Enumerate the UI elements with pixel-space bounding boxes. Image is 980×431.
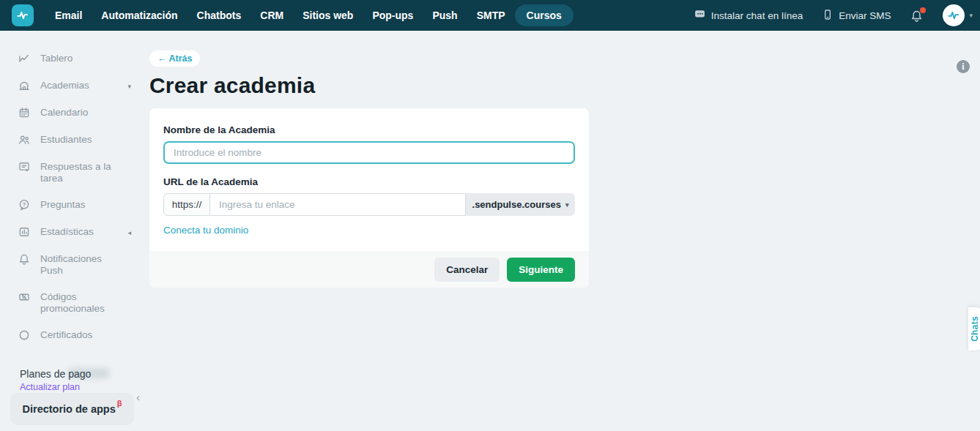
form-body: Nombre de la Academia URL de la Academia… bbox=[149, 108, 589, 251]
sidebar-item-calendario[interactable]: Calendario bbox=[0, 100, 144, 127]
info-icon[interactable]: i bbox=[957, 60, 970, 73]
academy-name-label: Nombre de la Academia bbox=[163, 124, 575, 135]
sidebar-collapse-chevron-icon[interactable]: ‹ bbox=[133, 389, 143, 405]
promo-codes-icon bbox=[18, 291, 31, 304]
main-content: ← Atrás Crear academia Nombre de la Acad… bbox=[144, 31, 980, 431]
domain-select-value: .sendpulse.courses bbox=[472, 199, 561, 210]
chats-side-tab[interactable]: Chats bbox=[968, 307, 980, 351]
sidebar-item-preguntas[interactable]: ? Preguntas bbox=[0, 192, 144, 219]
certificate-icon bbox=[18, 329, 31, 342]
nav-item-automatizacion[interactable]: Automatización bbox=[92, 4, 187, 26]
sendpulse-logo-icon[interactable] bbox=[12, 4, 34, 26]
sidebar-item-certificados[interactable]: Certificados bbox=[0, 322, 144, 349]
notification-dot bbox=[920, 7, 926, 13]
sidebar: Tablero Academias ▾ Calendario Estudiant… bbox=[0, 31, 144, 431]
sidebar-item-tablero[interactable]: Tablero bbox=[0, 45, 144, 72]
form-footer: Cancelar Siguiente bbox=[149, 251, 589, 288]
sidebar-item-label: Calendario bbox=[40, 107, 88, 119]
app-root: Email Automatización Chatbots CRM Sitios… bbox=[0, 0, 980, 431]
send-sms-button[interactable]: Enviar SMS bbox=[822, 9, 891, 23]
phone-icon bbox=[822, 9, 834, 23]
students-icon bbox=[18, 133, 31, 146]
send-sms-label: Enviar SMS bbox=[839, 10, 891, 21]
connect-domain-link[interactable]: Conecta tu dominio bbox=[163, 225, 248, 236]
chevron-left-icon[interactable]: ◂ bbox=[127, 227, 137, 239]
sidebar-item-estadisticas[interactable]: Estadísticas ◂ bbox=[0, 219, 144, 246]
chevron-down-icon: ▾ bbox=[565, 201, 569, 209]
plan-label: Planes de pago bbox=[20, 368, 91, 380]
cancel-button[interactable]: Cancelar bbox=[434, 258, 500, 282]
sidebar-item-label: Estadísticas bbox=[40, 226, 94, 238]
chat-bubble-icon bbox=[694, 8, 706, 23]
topbar: Email Automatización Chatbots CRM Sitios… bbox=[0, 0, 980, 31]
avatar-pulse-icon bbox=[946, 8, 961, 23]
svg-text:?: ? bbox=[23, 201, 26, 208]
questions-icon: ? bbox=[18, 198, 31, 211]
sidebar-item-label: Preguntas bbox=[40, 199, 86, 211]
next-button[interactable]: Siguiente bbox=[507, 258, 575, 282]
account-menu-caret-icon[interactable]: ▾ bbox=[969, 12, 973, 19]
app-directory-button[interactable]: Directorio de apps β bbox=[10, 393, 134, 425]
sidebar-item-codigos-promocionales[interactable]: Códigos promocionales bbox=[0, 284, 144, 322]
install-chat-button[interactable]: Instalar chat en línea bbox=[694, 8, 803, 23]
nav-item-smtp[interactable]: SMTP bbox=[467, 4, 515, 26]
nav-item-popups[interactable]: Pop-ups bbox=[363, 4, 423, 26]
install-chat-label: Instalar chat en línea bbox=[711, 10, 803, 21]
account-avatar[interactable] bbox=[943, 4, 965, 26]
sidebar-item-respuestas[interactable]: Respuestas a la tarea bbox=[0, 154, 144, 192]
dashboard-icon bbox=[18, 52, 31, 65]
page-title: Crear academia bbox=[149, 73, 980, 98]
academy-url-group: https:// .sendpulse.courses ▾ bbox=[163, 193, 575, 216]
sidebar-item-label: Notificaciones Push bbox=[40, 253, 127, 277]
academy-url-input[interactable] bbox=[210, 193, 466, 216]
sidebar-item-label: Academias bbox=[40, 80, 89, 91]
sidebar-item-label: Respuestas a la tarea bbox=[40, 161, 127, 184]
nav-item-sitios-web[interactable]: Sitios web bbox=[293, 4, 363, 26]
upgrade-plan-link[interactable]: Actualizar plan bbox=[20, 382, 80, 392]
beta-badge: β bbox=[117, 399, 122, 408]
create-academy-card: Nombre de la Academia URL de la Academia… bbox=[149, 108, 589, 288]
sidebar-item-label: Tablero bbox=[40, 53, 73, 64]
main-nav: Email Automatización Chatbots CRM Sitios… bbox=[45, 4, 573, 26]
statistics-icon bbox=[18, 225, 31, 239]
notifications-bell-button[interactable] bbox=[910, 9, 924, 23]
app-directory-label: Directorio de apps bbox=[22, 403, 115, 415]
nav-item-email[interactable]: Email bbox=[45, 4, 92, 26]
nav-item-push[interactable]: Push bbox=[423, 4, 467, 26]
nav-item-chatbots[interactable]: Chatbots bbox=[188, 4, 251, 26]
sidebar-item-label: Códigos promocionales bbox=[40, 291, 127, 315]
sidebar-item-label: Certificados bbox=[40, 329, 92, 341]
sidebar-item-label: Estudiantes bbox=[40, 134, 92, 146]
sidebar-item-notificaciones-push[interactable]: Notificaciones Push bbox=[0, 246, 144, 284]
task-answers-icon bbox=[18, 160, 31, 173]
sidebar-item-estudiantes[interactable]: Estudiantes bbox=[0, 127, 144, 154]
academy-name-input[interactable] bbox=[163, 141, 575, 164]
sidebar-item-academias[interactable]: Academias ▾ bbox=[0, 72, 144, 100]
nav-item-cursos[interactable]: Cursos bbox=[515, 4, 573, 26]
topbar-actions: Instalar chat en línea Enviar SMS ▾ bbox=[694, 4, 973, 26]
academy-url-label: URL de la Academia bbox=[163, 176, 575, 187]
domain-select-dropdown[interactable]: .sendpulse.courses ▾ bbox=[466, 193, 575, 216]
nav-item-crm[interactable]: CRM bbox=[250, 4, 293, 26]
chevron-down-icon[interactable]: ▾ bbox=[127, 80, 137, 92]
academy-icon bbox=[18, 79, 31, 92]
calendar-icon bbox=[18, 106, 31, 119]
back-button[interactable]: ← Atrás bbox=[149, 50, 200, 67]
url-protocol-prefix: https:// bbox=[163, 193, 210, 216]
push-bell-icon bbox=[18, 252, 31, 266]
